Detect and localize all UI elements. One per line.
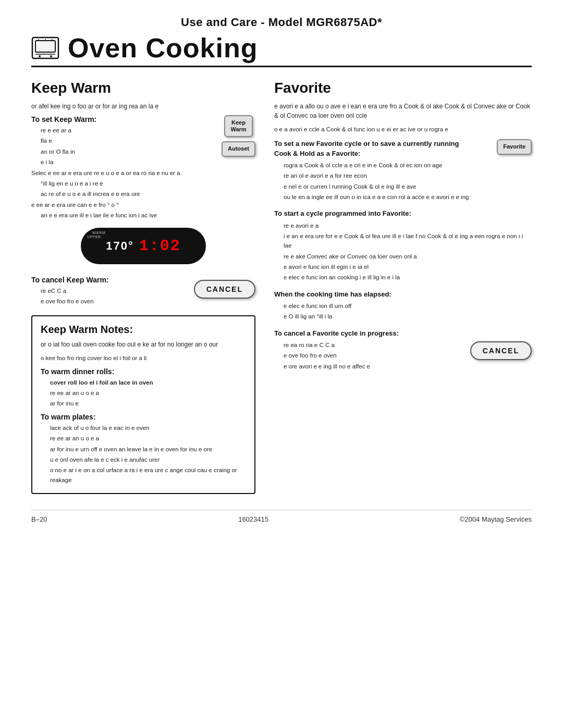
dinner-step-2: re ee ar an u o e a (41, 388, 246, 398)
svg-rect-1 (35, 41, 55, 52)
dinner-step-3: ar for inu e (41, 399, 246, 408)
right-column: Favorite e avori e a allo ou o ave e i e… (274, 80, 532, 494)
keep-warm-section: Keep Warm or afel kee ing o foo ar or fo… (31, 80, 255, 494)
autoset-button[interactable]: Autoset (222, 141, 255, 156)
set-step-8: e ee ar e era ure can e e fro ° o ° (31, 200, 255, 209)
footer-copyright: ©2004 Maytag Services (460, 515, 532, 523)
display-temperature: 170° (106, 239, 134, 253)
cancel-favorite-title: To cancel a Favorite cycle in progress: (274, 329, 532, 338)
cancel-favorite-block: To cancel a Favorite cycle in progress: … (274, 329, 532, 372)
cancel-step-1: re eC C a (31, 286, 188, 295)
oven-display: UPPER WARM 170° 1:02 (81, 228, 206, 264)
elapsed-step-2: e O ill lig an °ill i la (274, 312, 532, 321)
set-favorite-block: Favorite To set a new Favorite cycle or … (274, 139, 532, 202)
dinner-step-1: cover roll loo el i foil an lace in oven (41, 378, 246, 387)
notes-title: Keep Warm Notes: (41, 324, 246, 336)
fav-start-step-3: re e ake Convec ake or Convec oa loer ov… (274, 252, 532, 261)
favorite-note: o e a avori e ccle a Cook & ol func ion … (274, 125, 532, 134)
left-column: Keep Warm or afel kee ing o foo ar or fo… (31, 80, 255, 494)
notes-note1: o kee foo fro ring cover loo el i foil o… (41, 353, 246, 363)
fav-start-step-2: i e an e era ure for e e Cook & ol fea u… (274, 231, 532, 251)
keep-warm-button[interactable]: Keep Warm (224, 115, 252, 137)
cancel-keepwarm-block: To cancel Keep Warm: re eC C a e ove foo… (31, 272, 255, 307)
fav-start-step-1: re e avori e a (274, 221, 532, 230)
set-step-9: an e e era ure ill e i lae ile e func io… (31, 211, 255, 220)
display-time: 1:02 (139, 237, 181, 255)
favorite-button[interactable]: Favorite (497, 139, 532, 154)
cancel-text: To cancel Keep Warm: re eC C a e ove foo… (31, 272, 188, 307)
notes-intro: or o ial foo uali oven cooke foo oul e k… (41, 340, 246, 349)
elapsed-title: When the cooking time has elapsed: (274, 290, 532, 299)
plate-step-1: lace ack of u o four la e eac in e oven (41, 423, 246, 433)
cancel-fav-row: re ea ro ria e C C a e ove foo fro e ove… (274, 340, 532, 372)
temp-value: 170° (106, 239, 134, 253)
fav-start-step-4: e avori e func ion ill egin i e ia el (274, 262, 532, 272)
fav-set-step-1: rogra a Cook & ol ccle a e cri e in e Co… (274, 161, 532, 170)
cancel-step-2: e ove foo fro e oven (31, 297, 188, 306)
footer: B–20 16023415 ©2004 Maytag Services (31, 510, 532, 523)
page: Use and Care - Model MGR6875AD* Oven Coo… (0, 0, 563, 728)
set-step-5: Selec e ee ar e era ure re e u o e a or … (31, 168, 255, 178)
plate-step-2: re ee ar an u o e a (41, 434, 246, 443)
elapsed-block: When the cooking time has elapsed: e ele… (274, 290, 532, 322)
svg-point-3 (39, 55, 41, 57)
plates-title: To warm plates: (41, 413, 246, 421)
warm-label: WARM (92, 231, 106, 235)
cancel-keepwarm-title: To cancel Keep Warm: (31, 276, 188, 284)
set-step-6: °ill lig en e u o e a i re e (31, 179, 255, 188)
footer-doc-num: 16023415 (238, 515, 268, 523)
set-step-4: e i la (31, 157, 255, 167)
favorite-button-wrap: Favorite (497, 139, 532, 154)
cancel-fav-steps: re ea ro ria e C C a e ove foo fro e ove… (274, 340, 464, 372)
favorite-intro: e avori e a allo ou o ave e i ean e era … (274, 102, 532, 120)
fav-set-step-3: e nel e or curren l running Cook & ol e … (274, 182, 532, 191)
page-title: Use and Care - Model MGR6875AD* (31, 16, 532, 29)
main-content: Keep Warm or afel kee ing o foo ar or fo… (31, 80, 532, 494)
plate-step-5: o no e ar i e on a col urface a ra i e e… (41, 465, 246, 485)
fav-set-step-4: ou le en a ingle ee ill oun o in ica e a… (274, 192, 532, 202)
dinner-rolls-title: To warm dinner rolls: (41, 367, 246, 376)
keepwarm-buttons: Keep Warm Autoset (222, 115, 255, 157)
fav-cancel-step-3: e ore avori e e ing ill no e affec e (274, 362, 464, 371)
set-favorite-title: To set a new Favorite cycle or to save a… (274, 139, 467, 158)
keep-warm-notes: Keep Warm Notes: or o ial foo uali oven … (31, 315, 255, 494)
elapsed-step-1: e elec e func ion ill urn off (274, 301, 532, 311)
start-favorite-block: To start a cycle programmed into Favorit… (274, 209, 532, 282)
fav-cancel-step-1: re ea ro ria e C C a (274, 340, 464, 350)
fav-cancel-step-2: e ove foo fro e oven (274, 351, 464, 360)
start-favorite-title: To start a cycle programmed into Favorit… (274, 209, 532, 218)
section-header: Oven Cooking (31, 34, 532, 67)
fav-set-step-2: re an ol e avori e a for ree econ (274, 171, 532, 180)
cancel-favorite-button[interactable]: CANCEL (470, 341, 532, 360)
oven-icon (31, 36, 59, 59)
keep-warm-intro: or afel kee ing o foo ar or for ar ing r… (31, 102, 255, 111)
display-inner: 170° 1:02 (106, 237, 181, 255)
cancel-button[interactable]: CANCEL (194, 280, 255, 299)
fav-start-step-5: e elec e func ion an cooking i e ill lig… (274, 273, 532, 282)
favorite-title: Favorite (274, 80, 532, 96)
oven-cooking-title: Oven Cooking (68, 34, 258, 61)
set-step-7: ac re of e u o e a ill increa e e era ur… (31, 189, 255, 199)
favorite-section: Favorite e avori e a allo ou o ave e i e… (274, 80, 532, 372)
footer-page-num: B–20 (31, 515, 47, 523)
upper-label: UPPER (87, 235, 101, 239)
plate-step-3: ar for inu e urn off e oven an leave la … (41, 445, 246, 454)
plate-step-4: u e onl oven afe la e c eck i e anufac u… (41, 455, 246, 464)
keep-warm-title: Keep Warm (31, 80, 255, 96)
set-keepwarm-block: Keep Warm Autoset To set Keep Warm: re e… (31, 115, 255, 220)
svg-point-4 (50, 55, 52, 57)
